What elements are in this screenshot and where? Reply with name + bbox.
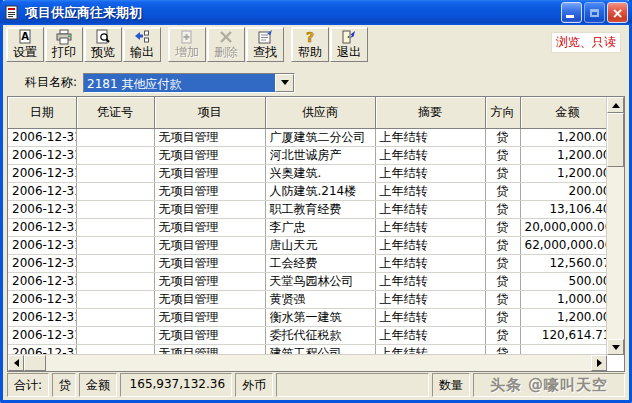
cell-summary[interactable]: 上年结转	[375, 164, 485, 182]
cell-date[interactable]: 2006-12-31	[8, 254, 76, 272]
table-row[interactable]: 2006-12-31无项目管理兴奥建筑.上年结转贷1,200.00	[8, 164, 607, 182]
exit-button[interactable]: 退出	[330, 27, 368, 62]
print-button[interactable]: 打印	[45, 27, 83, 62]
table-row[interactable]: 2006-12-31无项目管理人防建筑.214楼上年结转贷200.00	[8, 182, 607, 200]
cell-direction[interactable]: 贷	[485, 200, 520, 218]
column-header-supplier[interactable]: 供应商	[265, 97, 375, 128]
cell-amount[interactable]: 1,200.00	[520, 146, 607, 164]
cell-voucher[interactable]	[76, 146, 154, 164]
cell-summary[interactable]: 上年结转	[375, 182, 485, 200]
table-row[interactable]: 2006-12-31无项目管理委托代征税款上年结转贷120,614.71	[8, 326, 607, 344]
cell-direction[interactable]: 贷	[485, 290, 520, 308]
table-row[interactable]: 2006-12-31无项目管理河北世诚房产上年结转贷1,200.00	[8, 146, 607, 164]
cell-project[interactable]: 无项目管理	[154, 200, 265, 218]
column-header-summary[interactable]: 摘要	[375, 97, 485, 128]
cell-project[interactable]: 无项目管理	[154, 218, 265, 236]
horizontal-scroll-thumb[interactable]	[24, 355, 46, 371]
cell-supplier[interactable]: 广厦建筑二分公司	[265, 128, 375, 146]
cell-supplier[interactable]: 李广忠	[265, 218, 375, 236]
scroll-right-button[interactable]	[591, 355, 607, 371]
cell-project[interactable]: 无项目管理	[154, 236, 265, 254]
cell-summary[interactable]: 上年结转	[375, 236, 485, 254]
cell-direction[interactable]: 贷	[485, 254, 520, 272]
preview-button[interactable]: 预览	[84, 27, 122, 62]
cell-supplier[interactable]: 兴奥建筑.	[265, 164, 375, 182]
cell-amount[interactable]: 20,000,000.00	[520, 218, 607, 236]
cell-voucher[interactable]	[76, 326, 154, 344]
scroll-left-button[interactable]	[8, 355, 24, 371]
cell-date[interactable]: 2006-12-31	[8, 164, 76, 182]
column-header-voucher[interactable]: 凭证号	[76, 97, 154, 128]
cell-supplier[interactable]: 河北世诚房产	[265, 146, 375, 164]
cell-voucher[interactable]	[76, 164, 154, 182]
cell-date[interactable]: 2006-12-31	[8, 290, 76, 308]
vertical-scrollbar[interactable]	[606, 97, 624, 355]
cell-date[interactable]: 2006-12-31	[8, 272, 76, 290]
cell-voucher[interactable]	[76, 128, 154, 146]
minimize-button[interactable]	[561, 2, 582, 23]
cell-summary[interactable]: 上年结转	[375, 254, 485, 272]
cell-project[interactable]: 无项目管理	[154, 308, 265, 326]
column-header-date[interactable]: 日期	[8, 97, 76, 128]
table-row[interactable]: 2006-12-31无项目管理广厦建筑二分公司上年结转贷1,200.00	[8, 128, 607, 146]
cell-date[interactable]: 2006-12-31	[8, 236, 76, 254]
cell-voucher[interactable]	[76, 218, 154, 236]
cell-amount[interactable]: 200.00	[520, 182, 607, 200]
cell-amount[interactable]: 1,200.00	[520, 164, 607, 182]
cell-date[interactable]: 2006-12-31	[8, 128, 76, 146]
help-button[interactable]: ? 帮助	[291, 27, 329, 62]
cell-date[interactable]: 2006-12-31	[8, 326, 76, 344]
close-button[interactable]: ×	[607, 2, 628, 23]
table-row[interactable]: 2006-12-31无项目管理唐山天元上年结转贷62,000,000.00	[8, 236, 607, 254]
cell-summary[interactable]: 上年结转	[375, 200, 485, 218]
cell-project[interactable]: 无项目管理	[154, 146, 265, 164]
cell-direction[interactable]: 贷	[485, 308, 520, 326]
cell-date[interactable]: 2006-12-31	[8, 218, 76, 236]
cell-amount[interactable]: 1,000.00	[520, 290, 607, 308]
cell-voucher[interactable]	[76, 182, 154, 200]
cell-summary[interactable]: 上年结转	[375, 146, 485, 164]
cell-project[interactable]: 无项目管理	[154, 326, 265, 344]
column-header-project[interactable]: 项目	[154, 97, 265, 128]
account-select-dropdown-button[interactable]	[275, 74, 294, 92]
cell-summary[interactable]: 上年结转	[375, 128, 485, 146]
column-header-amount[interactable]: 金额	[520, 97, 607, 128]
cell-supplier[interactable]: 天堂鸟园林公司	[265, 272, 375, 290]
cell-supplier[interactable]: 委托代征税款	[265, 326, 375, 344]
cell-amount[interactable]: 1,200.00	[520, 128, 607, 146]
cell-supplier[interactable]: 职工教育经费	[265, 200, 375, 218]
maximize-button[interactable]	[584, 2, 605, 23]
cell-amount[interactable]: 62,000,000.00	[520, 236, 607, 254]
table-row[interactable]: 2006-12-31无项目管理黄贤强上年结转贷1,000.00	[8, 290, 607, 308]
vertical-scroll-thumb[interactable]	[607, 113, 624, 167]
account-select[interactable]: 2181 其他应付款	[83, 73, 295, 93]
cell-amount[interactable]: 120,614.71	[520, 326, 607, 344]
cell-voucher[interactable]	[76, 308, 154, 326]
cell-direction[interactable]: 贷	[485, 218, 520, 236]
title-bar[interactable]: 项目供应商往来期初 ×	[0, 0, 632, 25]
cell-supplier[interactable]: 唐山天元	[265, 236, 375, 254]
cell-project[interactable]: 无项目管理	[154, 128, 265, 146]
export-button[interactable]: 输出	[123, 27, 161, 62]
cell-project[interactable]: 无项目管理	[154, 290, 265, 308]
cell-direction[interactable]: 贷	[485, 326, 520, 344]
scroll-down-button[interactable]	[607, 339, 624, 355]
table-row[interactable]: 2006-12-31无项目管理天堂鸟园林公司上年结转贷500.00	[8, 272, 607, 290]
table-row[interactable]: 2006-12-31无项目管理工会经费上年结转贷12,560.07	[8, 254, 607, 272]
cell-date[interactable]: 2006-12-31	[8, 182, 76, 200]
cell-project[interactable]: 无项目管理	[154, 272, 265, 290]
horizontal-scrollbar[interactable]	[8, 354, 607, 371]
cell-amount[interactable]: 13,106.40	[520, 200, 607, 218]
cell-summary[interactable]: 上年结转	[375, 290, 485, 308]
table-row[interactable]: 2006-12-31无项目管理衡水第一建筑上年结转贷1,200.00	[8, 308, 607, 326]
cell-direction[interactable]: 贷	[485, 236, 520, 254]
cell-supplier[interactable]: 黄贤强	[265, 290, 375, 308]
cell-voucher[interactable]	[76, 290, 154, 308]
cell-direction[interactable]: 贷	[485, 182, 520, 200]
cell-supplier[interactable]: 工会经费	[265, 254, 375, 272]
cell-amount[interactable]: 1,200.00	[520, 308, 607, 326]
cell-amount[interactable]: 12,560.07	[520, 254, 607, 272]
cell-summary[interactable]: 上年结转	[375, 326, 485, 344]
horizontal-scroll-track[interactable]	[46, 355, 591, 371]
cell-summary[interactable]: 上年结转	[375, 272, 485, 290]
